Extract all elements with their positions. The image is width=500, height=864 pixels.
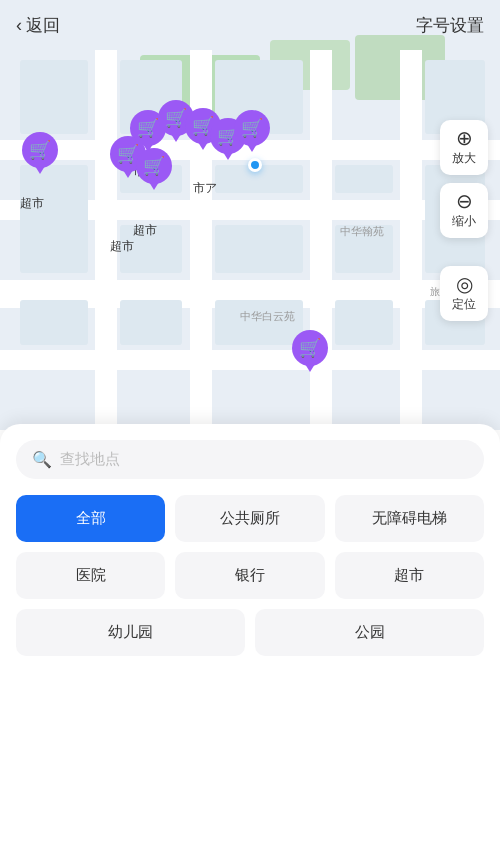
zoom-in-label: 放大 [452, 150, 476, 167]
user-location-dot [248, 158, 262, 172]
zoom-out-icon: ⊖ [456, 191, 473, 211]
svg-rect-11 [0, 350, 500, 370]
map-label-supermarket-1: 超市 [20, 195, 44, 212]
svg-rect-21 [120, 300, 182, 345]
locate-icon: ◎ [456, 274, 473, 294]
filter-bank[interactable]: 银行 [175, 552, 324, 599]
svg-rect-19 [20, 165, 88, 273]
map-pin-9[interactable]: 🛒 [292, 330, 328, 366]
page-title: 字号设置 [416, 14, 484, 37]
map-label-supermarket-3: 超市 [110, 238, 134, 255]
search-placeholder: 查找地点 [60, 450, 120, 469]
zoom-out-button[interactable]: ⊖ 缩小 [440, 183, 488, 238]
svg-rect-12 [20, 60, 88, 134]
svg-text:中华白云苑: 中华白云苑 [240, 310, 295, 322]
filter-grid: 全部 公共厕所 无障碍电梯 医院 银行 超市 幼儿园 公园 [16, 495, 484, 656]
filter-toilet[interactable]: 公共厕所 [175, 495, 324, 542]
filter-supermarket[interactable]: 超市 [335, 552, 484, 599]
search-icon: 🔍 [32, 450, 52, 469]
map-label-market-2: 市ア [193, 180, 217, 197]
filter-row-3: 幼儿园 公园 [16, 609, 484, 656]
map-label-supermarket-2: 超市 [133, 222, 157, 239]
header: ‹ 返回 字号设置 [0, 0, 500, 50]
filter-park[interactable]: 公园 [255, 609, 484, 656]
svg-rect-8 [400, 50, 422, 430]
svg-rect-20 [20, 300, 88, 345]
filter-all[interactable]: 全部 [16, 495, 165, 542]
bottom-panel: 🔍 查找地点 全部 公共厕所 无障碍电梯 医院 银行 超市 幼儿园 公园 [0, 424, 500, 864]
filter-row-1: 全部 公共厕所 无障碍电梯 [16, 495, 484, 542]
filter-hospital[interactable]: 医院 [16, 552, 165, 599]
map-pin-8[interactable]: 🛒 [136, 148, 172, 184]
locate-button[interactable]: ◎ 定位 [440, 266, 488, 321]
svg-text:中华翰苑: 中华翰苑 [340, 225, 384, 237]
svg-rect-23 [335, 300, 393, 345]
svg-rect-16 [215, 225, 303, 273]
chevron-left-icon: ‹ [16, 15, 22, 36]
locate-label: 定位 [452, 296, 476, 313]
svg-rect-7 [310, 50, 332, 430]
zoom-out-label: 缩小 [452, 213, 476, 230]
map-pin-1[interactable]: 🛒 [22, 132, 58, 168]
svg-rect-17 [335, 165, 393, 193]
search-bar[interactable]: 🔍 查找地点 [16, 440, 484, 479]
zoom-in-button[interactable]: ⊕ 放大 [440, 120, 488, 175]
filter-kindergarten[interactable]: 幼儿园 [16, 609, 245, 656]
svg-rect-22 [215, 300, 303, 345]
map-pin-6[interactable]: 🛒 [234, 110, 270, 146]
map-controls: ⊕ 放大 ⊖ 缩小 ◎ 定位 [440, 120, 488, 321]
filter-elevator[interactable]: 无障碍电梯 [335, 495, 484, 542]
map-container[interactable]: 中华翰苑 中华白云苑 旅路 超市 市ア 市ア 超市 超市 🛒 🛒 🛒 🛒 🛒 🛒… [0, 0, 500, 430]
back-button[interactable]: ‹ 返回 [16, 14, 60, 37]
back-label: 返回 [26, 14, 60, 37]
zoom-in-icon: ⊕ [456, 128, 473, 148]
filter-row-2: 医院 银行 超市 [16, 552, 484, 599]
